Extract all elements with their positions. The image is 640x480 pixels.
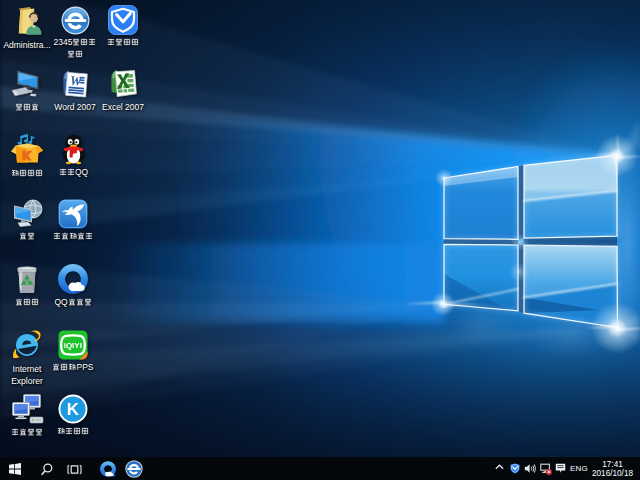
svg-text:iQIYI: iQIYI [64,341,82,350]
svg-text:K: K [67,400,80,419]
